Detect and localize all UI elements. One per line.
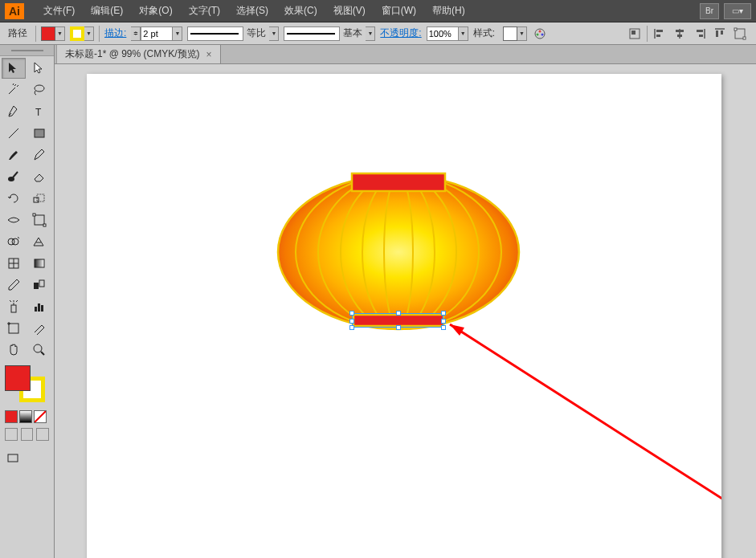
fill-dropdown[interactable]: ▼: [55, 26, 65, 41]
tool-panel: T: [0, 45, 55, 558]
bridge-button[interactable]: Br: [700, 3, 719, 19]
handle-sw[interactable]: [349, 325, 354, 330]
selection-tool[interactable]: [2, 58, 26, 79]
document-tab[interactable]: 未标题-1* @ 99% (CMYK/预览) ×: [57, 45, 221, 63]
mesh-tool[interactable]: [2, 253, 26, 274]
shape-builder-tool[interactable]: [2, 231, 26, 252]
gradient-tool[interactable]: [27, 253, 51, 274]
hand-tool[interactable]: [2, 340, 26, 360]
zoom-icon: [32, 343, 47, 357]
menu-window[interactable]: 窗口(W): [374, 1, 424, 21]
brush-select[interactable]: [284, 26, 340, 41]
opacity-input[interactable]: [427, 26, 459, 41]
graph-tool[interactable]: [27, 296, 51, 317]
magic-wand-tool[interactable]: [2, 79, 26, 100]
handle-e[interactable]: [441, 319, 446, 324]
selection-bounding-box[interactable]: [352, 313, 443, 328]
color-mode-none[interactable]: [34, 410, 47, 423]
perspective-tool[interactable]: [27, 231, 51, 252]
menu-object[interactable]: 对象(O): [131, 1, 180, 21]
width-profile-select[interactable]: [187, 26, 243, 41]
recolor-icon: [533, 27, 546, 40]
align-left-button[interactable]: [652, 26, 668, 42]
handle-ne[interactable]: [441, 311, 446, 316]
arrange-button[interactable]: ▭▾: [724, 3, 751, 19]
style-swatch[interactable]: [503, 26, 517, 41]
line-preview: [287, 33, 335, 35]
draw-inside[interactable]: [36, 428, 49, 441]
lasso-tool[interactable]: [27, 79, 51, 100]
align-icon: [628, 27, 641, 40]
svg-rect-38: [39, 280, 44, 287]
stroke-swatch[interactable]: [70, 26, 84, 41]
handle-n[interactable]: [396, 311, 401, 316]
align-top-button[interactable]: [712, 26, 728, 42]
blob-icon: [6, 169, 21, 184]
stroke-stepper[interactable]: ≑: [131, 26, 141, 41]
line-preview: [190, 33, 239, 35]
opacity-link[interactable]: 不透明度:: [380, 26, 421, 40]
draw-behind[interactable]: [21, 428, 34, 441]
scale-tool[interactable]: [27, 188, 51, 209]
type-tool[interactable]: T: [27, 101, 51, 122]
tab-bar: 未标题-1* @ 99% (CMYK/预览) ×: [55, 45, 756, 64]
opacity-dropdown[interactable]: ▼: [459, 26, 468, 41]
menu-edit[interactable]: 编辑(E): [83, 1, 131, 21]
handle-nw[interactable]: [349, 311, 354, 316]
slice-tool[interactable]: [27, 318, 51, 339]
eyedropper-tool[interactable]: [2, 275, 26, 295]
line-tool[interactable]: [2, 123, 26, 144]
menu-view[interactable]: 视图(V): [325, 1, 374, 21]
eraser-icon: [32, 169, 47, 184]
menu-help[interactable]: 帮助(H): [424, 1, 473, 21]
direct-selection-tool[interactable]: [27, 58, 51, 79]
slice-icon: [32, 321, 47, 336]
blend-tool[interactable]: [27, 275, 51, 295]
fill-swatch[interactable]: [41, 26, 55, 41]
stroke-weight-dropdown[interactable]: ▼: [173, 26, 182, 41]
symbol-tool[interactable]: [2, 296, 26, 317]
free-transform-tool[interactable]: [27, 210, 51, 230]
blob-brush-tool[interactable]: [2, 166, 26, 187]
stroke-weight-input[interactable]: [141, 26, 173, 41]
artboard-icon: [6, 321, 21, 336]
screen-mode[interactable]: [5, 450, 22, 468]
artboard-tool[interactable]: [2, 318, 26, 339]
rectangle-tool[interactable]: [27, 123, 51, 144]
recolor-button[interactable]: [532, 26, 548, 42]
color-mode-solid[interactable]: [5, 410, 18, 423]
transform-button[interactable]: [732, 26, 748, 42]
canvas[interactable]: [55, 64, 756, 558]
uniform-dropdown[interactable]: ▼: [269, 26, 279, 41]
stroke-dropdown[interactable]: ▼: [84, 26, 94, 41]
draw-normal[interactable]: [5, 428, 18, 441]
align-to-button[interactable]: [627, 26, 643, 42]
menu-effect[interactable]: 效果(C): [276, 1, 325, 21]
menu-select[interactable]: 选择(S): [228, 1, 276, 21]
menu-file[interactable]: 文件(F): [35, 1, 83, 21]
zoom-tool[interactable]: [27, 340, 51, 360]
annotation-arrow: [450, 324, 721, 503]
width-tool[interactable]: [2, 210, 26, 230]
svg-rect-40: [35, 307, 37, 312]
stroke-link[interactable]: 描边:: [104, 26, 126, 40]
rotate-tool[interactable]: [2, 188, 26, 209]
align-hcenter-button[interactable]: [672, 26, 688, 42]
brush-dropdown[interactable]: ▼: [366, 26, 375, 41]
panel-grip[interactable]: [0, 45, 54, 56]
scale-icon: [32, 191, 47, 206]
align-right-button[interactable]: [692, 26, 708, 42]
color-mode-gradient[interactable]: [19, 410, 32, 423]
tab-close-button[interactable]: ×: [206, 49, 212, 60]
handle-s[interactable]: [396, 325, 401, 330]
fill-color-swatch[interactable]: [5, 365, 31, 391]
brush-tool[interactable]: [2, 145, 26, 165]
handle-w[interactable]: [349, 319, 354, 324]
handle-se[interactable]: [441, 325, 446, 330]
svg-rect-19: [734, 28, 737, 31]
pen-tool[interactable]: [2, 101, 26, 122]
eraser-tool[interactable]: [27, 166, 51, 187]
menu-type[interactable]: 文字(T): [181, 1, 228, 21]
pencil-tool[interactable]: [27, 145, 51, 165]
style-dropdown[interactable]: ▼: [517, 26, 527, 41]
